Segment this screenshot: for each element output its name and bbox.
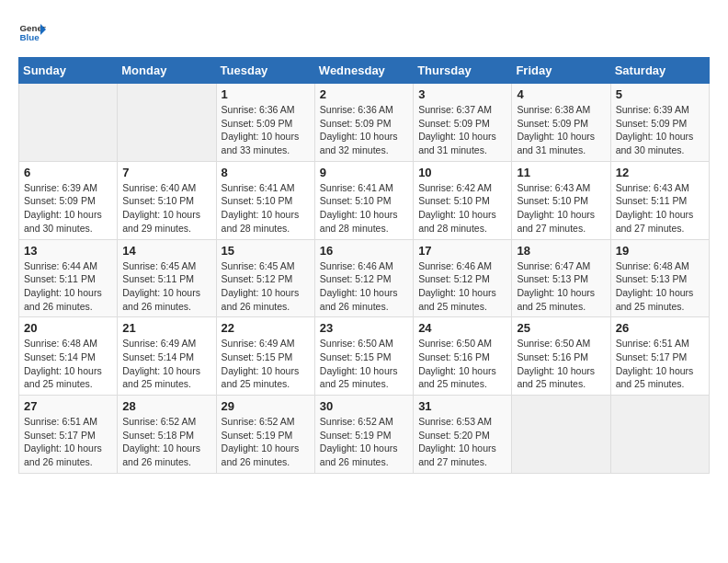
day-number: 5 xyxy=(616,87,704,101)
day-number: 23 xyxy=(320,321,408,335)
cell-details: Sunrise: 6:53 AMSunset: 5:20 PMDaylight:… xyxy=(418,415,506,469)
calendar-cell: 11Sunrise: 6:43 AMSunset: 5:10 PMDayligh… xyxy=(512,161,610,239)
cell-details: Sunrise: 6:45 AMSunset: 5:12 PMDaylight:… xyxy=(222,259,310,314)
calendar-cell: 28Sunrise: 6:52 AMSunset: 5:18 PMDayligh… xyxy=(118,396,216,474)
day-number: 3 xyxy=(418,87,506,101)
calendar-cell: 16Sunrise: 6:46 AMSunset: 5:12 PMDayligh… xyxy=(314,239,413,317)
calendar-cell xyxy=(512,396,610,474)
calendar-cell: 13Sunrise: 6:44 AMSunset: 5:11 PMDayligh… xyxy=(19,239,118,317)
cell-details: Sunrise: 6:50 AMSunset: 5:16 PMDaylight:… xyxy=(517,337,605,391)
calendar-cell xyxy=(610,396,709,474)
header-saturday: Saturday xyxy=(610,58,709,84)
calendar-cell: 10Sunrise: 6:42 AMSunset: 5:10 PMDayligh… xyxy=(414,161,512,239)
calendar-cell: 25Sunrise: 6:50 AMSunset: 5:16 PMDayligh… xyxy=(512,317,610,396)
calendar-cell: 22Sunrise: 6:49 AMSunset: 5:15 PMDayligh… xyxy=(216,317,314,396)
cell-details: Sunrise: 6:41 AMSunset: 5:10 PMDaylight:… xyxy=(320,181,408,236)
day-number: 18 xyxy=(517,244,605,258)
header-friday: Friday xyxy=(512,58,610,84)
cell-details: Sunrise: 6:36 AMSunset: 5:09 PMDaylight:… xyxy=(222,103,310,157)
day-number: 14 xyxy=(122,244,210,258)
day-number: 17 xyxy=(418,244,506,258)
cell-details: Sunrise: 6:52 AMSunset: 5:19 PMDaylight:… xyxy=(320,415,408,469)
day-number: 9 xyxy=(320,166,408,179)
calendar-cell: 2Sunrise: 6:36 AMSunset: 5:09 PMDaylight… xyxy=(314,84,413,162)
calendar-cell: 6Sunrise: 6:39 AMSunset: 5:09 PMDaylight… xyxy=(19,161,118,239)
calendar-cell: 24Sunrise: 6:50 AMSunset: 5:16 PMDayligh… xyxy=(414,317,512,396)
cell-details: Sunrise: 6:43 AMSunset: 5:10 PMDaylight:… xyxy=(517,181,605,236)
cell-details: Sunrise: 6:49 AMSunset: 5:14 PMDaylight:… xyxy=(122,337,210,391)
day-number: 2 xyxy=(320,87,408,101)
calendar-table: SundayMondayTuesdayWednesdayThursdayFrid… xyxy=(18,57,710,474)
calendar-cell: 14Sunrise: 6:45 AMSunset: 5:11 PMDayligh… xyxy=(118,239,216,317)
day-number: 20 xyxy=(24,321,112,335)
day-number: 31 xyxy=(418,399,506,413)
day-number: 27 xyxy=(24,399,112,413)
day-number: 26 xyxy=(616,321,704,335)
day-number: 28 xyxy=(122,399,210,413)
cell-details: Sunrise: 6:38 AMSunset: 5:09 PMDaylight:… xyxy=(517,103,605,157)
calendar-cell xyxy=(118,84,216,162)
calendar-cell: 7Sunrise: 6:40 AMSunset: 5:10 PMDaylight… xyxy=(118,161,216,239)
calendar-cell: 9Sunrise: 6:41 AMSunset: 5:10 PMDaylight… xyxy=(314,161,413,239)
calendar-cell: 17Sunrise: 6:46 AMSunset: 5:12 PMDayligh… xyxy=(414,239,512,317)
svg-text:Blue: Blue xyxy=(20,32,40,42)
calendar-cell: 27Sunrise: 6:51 AMSunset: 5:17 PMDayligh… xyxy=(19,396,118,474)
day-number: 21 xyxy=(122,321,210,335)
calendar-week-4: 20Sunrise: 6:48 AMSunset: 5:14 PMDayligh… xyxy=(19,317,710,396)
header-tuesday: Tuesday xyxy=(216,58,314,84)
calendar-cell: 20Sunrise: 6:48 AMSunset: 5:14 PMDayligh… xyxy=(19,317,118,396)
calendar-cell: 1Sunrise: 6:36 AMSunset: 5:09 PMDaylight… xyxy=(216,84,314,162)
cell-details: Sunrise: 6:52 AMSunset: 5:19 PMDaylight:… xyxy=(222,415,310,469)
calendar-cell: 26Sunrise: 6:51 AMSunset: 5:17 PMDayligh… xyxy=(610,317,709,396)
cell-details: Sunrise: 6:40 AMSunset: 5:10 PMDaylight:… xyxy=(122,181,210,236)
cell-details: Sunrise: 6:39 AMSunset: 5:09 PMDaylight:… xyxy=(24,181,112,236)
cell-details: Sunrise: 6:44 AMSunset: 5:11 PMDaylight:… xyxy=(24,259,112,314)
calendar-cell xyxy=(19,84,118,162)
header-wednesday: Wednesday xyxy=(314,58,413,84)
header-thursday: Thursday xyxy=(414,58,512,84)
day-number: 25 xyxy=(517,321,605,335)
cell-details: Sunrise: 6:46 AMSunset: 5:12 PMDaylight:… xyxy=(320,259,408,314)
cell-details: Sunrise: 6:45 AMSunset: 5:11 PMDaylight:… xyxy=(122,259,210,314)
calendar-cell: 12Sunrise: 6:43 AMSunset: 5:11 PMDayligh… xyxy=(610,161,709,239)
calendar-week-3: 13Sunrise: 6:44 AMSunset: 5:11 PMDayligh… xyxy=(19,239,710,317)
cell-details: Sunrise: 6:51 AMSunset: 5:17 PMDaylight:… xyxy=(616,337,704,391)
day-number: 8 xyxy=(222,166,310,179)
cell-details: Sunrise: 6:52 AMSunset: 5:18 PMDaylight:… xyxy=(122,415,210,469)
header-sunday: Sunday xyxy=(19,58,118,84)
calendar-week-2: 6Sunrise: 6:39 AMSunset: 5:09 PMDaylight… xyxy=(19,161,710,239)
calendar-cell: 23Sunrise: 6:50 AMSunset: 5:15 PMDayligh… xyxy=(314,317,413,396)
cell-details: Sunrise: 6:36 AMSunset: 5:09 PMDaylight:… xyxy=(320,103,408,157)
cell-details: Sunrise: 6:50 AMSunset: 5:15 PMDaylight:… xyxy=(320,337,408,391)
cell-details: Sunrise: 6:43 AMSunset: 5:11 PMDaylight:… xyxy=(616,181,704,236)
calendar-cell: 30Sunrise: 6:52 AMSunset: 5:19 PMDayligh… xyxy=(314,396,413,474)
cell-details: Sunrise: 6:47 AMSunset: 5:13 PMDaylight:… xyxy=(517,259,605,314)
logo-icon: General Blue xyxy=(18,18,46,46)
day-number: 11 xyxy=(517,166,605,179)
day-number: 16 xyxy=(320,244,408,258)
cell-details: Sunrise: 6:39 AMSunset: 5:09 PMDaylight:… xyxy=(616,103,704,157)
calendar-cell: 31Sunrise: 6:53 AMSunset: 5:20 PMDayligh… xyxy=(414,396,512,474)
cell-details: Sunrise: 6:42 AMSunset: 5:10 PMDaylight:… xyxy=(418,181,506,236)
cell-details: Sunrise: 6:37 AMSunset: 5:09 PMDaylight:… xyxy=(418,103,506,157)
cell-details: Sunrise: 6:49 AMSunset: 5:15 PMDaylight:… xyxy=(222,337,310,391)
day-number: 10 xyxy=(418,166,506,179)
day-number: 12 xyxy=(616,166,704,179)
cell-details: Sunrise: 6:48 AMSunset: 5:14 PMDaylight:… xyxy=(24,337,112,391)
day-number: 24 xyxy=(418,321,506,335)
day-number: 19 xyxy=(616,244,704,258)
header-row: SundayMondayTuesdayWednesdayThursdayFrid… xyxy=(19,58,710,84)
cell-details: Sunrise: 6:51 AMSunset: 5:17 PMDaylight:… xyxy=(24,415,112,469)
day-number: 13 xyxy=(24,244,112,258)
calendar-cell: 21Sunrise: 6:49 AMSunset: 5:14 PMDayligh… xyxy=(118,317,216,396)
day-number: 22 xyxy=(222,321,310,335)
day-number: 29 xyxy=(222,399,310,413)
page-header: General Blue xyxy=(18,18,710,46)
calendar-cell: 19Sunrise: 6:48 AMSunset: 5:13 PMDayligh… xyxy=(610,239,709,317)
day-number: 30 xyxy=(320,399,408,413)
cell-details: Sunrise: 6:48 AMSunset: 5:13 PMDaylight:… xyxy=(616,259,704,314)
header-monday: Monday xyxy=(118,58,216,84)
calendar-cell: 8Sunrise: 6:41 AMSunset: 5:10 PMDaylight… xyxy=(216,161,314,239)
calendar-cell: 5Sunrise: 6:39 AMSunset: 5:09 PMDaylight… xyxy=(610,84,709,162)
calendar-cell: 3Sunrise: 6:37 AMSunset: 5:09 PMDaylight… xyxy=(414,84,512,162)
